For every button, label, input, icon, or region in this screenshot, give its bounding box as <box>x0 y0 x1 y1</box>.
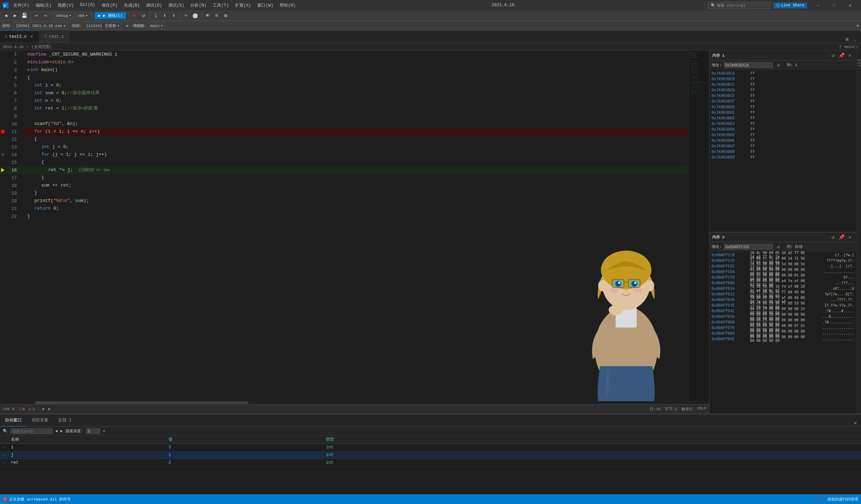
menu-test[interactable]: 测试(S) <box>166 2 187 9</box>
menu-file[interactable]: 文件(F) <box>10 2 32 9</box>
step-into-button[interactable]: ⬇ <box>161 12 169 20</box>
step-out-button[interactable]: ⬆ <box>170 12 178 20</box>
warning-indicator[interactable]: ⚠ 1 <box>29 407 35 411</box>
menu-analyze[interactable]: 分析(N) <box>188 2 209 9</box>
undo-button[interactable]: ↩ <box>33 12 40 20</box>
redo-button[interactable]: ↪ <box>42 12 49 20</box>
check-ret[interactable]: ✓ <box>3 461 5 465</box>
restart-button[interactable]: ↺ <box>140 12 147 20</box>
memory2-pin-button[interactable]: 📌 <box>838 234 845 241</box>
nav-back-button[interactable]: ◄ <box>42 407 44 411</box>
memory-button[interactable]: ≡ <box>213 12 220 20</box>
menu-extensions[interactable]: 扩展(X) <box>232 2 254 9</box>
add-to-repo-button[interactable]: ➕ ➕ 添加到源代码管理 <box>814 497 858 502</box>
thread-dropdown[interactable]: [11524] 主线程 ▾ <box>84 22 122 29</box>
back-button[interactable]: ◄ <box>2 12 10 20</box>
memory1-addr-input[interactable] <box>724 62 773 68</box>
error-indicator[interactable]: ⊗ 0 <box>19 407 24 411</box>
run-to-cursor-button[interactable]: ⤷ <box>182 12 190 20</box>
var-val-ret[interactable]: 2 <box>166 459 323 467</box>
tab-watch1[interactable]: 监视 1 <box>53 414 76 426</box>
minimize-button[interactable]: — <box>810 0 826 10</box>
registers-button[interactable]: ⊞ <box>222 12 230 20</box>
memory1-toolbar: 地址: ↺ 列: 1 <box>709 61 856 70</box>
auto-toolbar: 🔍 ◄ ► 搜索深度: ▾ <box>0 427 861 436</box>
tab-close-1[interactable]: × <box>29 34 34 40</box>
check-j[interactable]: ✓ <box>3 453 5 458</box>
menu-help[interactable]: 帮助(H) <box>277 2 299 9</box>
menu-debug[interactable]: 调试(D) <box>143 2 165 9</box>
watch-button[interactable]: 👁 <box>204 12 211 20</box>
memory2-close-button[interactable]: ✕ <box>846 234 853 241</box>
step-over-button[interactable]: ⤵ <box>152 12 160 20</box>
code-display[interactable]: #define _CRT_SECURE_NO_WARNINGS 1 #inclu… <box>24 51 688 401</box>
live-share-button[interactable]: ⬡ Live Share <box>774 2 807 8</box>
line-num-1: 1 <box>6 51 20 58</box>
minimap[interactable]: #define _CRT #include int main() { int i… <box>688 51 709 401</box>
fold-icon-14[interactable]: ⊟ <box>0 153 6 157</box>
menu-build[interactable]: 生成(B) <box>121 2 143 9</box>
memory1-refresh-button[interactable]: ↺ <box>830 52 836 59</box>
memory2-addr-input[interactable] <box>724 244 773 250</box>
check-i[interactable]: ✓ <box>3 445 5 450</box>
config-dropdown[interactable]: Debug ▾ <box>54 12 74 19</box>
tab-locals[interactable]: 局部变量 <box>27 414 53 426</box>
menu-tools[interactable]: 工具(T) <box>210 2 232 9</box>
nav-next-button[interactable]: ► <box>61 429 63 433</box>
var-val-i[interactable]: 3 <box>166 443 323 451</box>
more-tabs-button[interactable]: … <box>852 36 859 43</box>
stop-button[interactable]: ■ <box>131 12 138 20</box>
col-type-header: 类型 <box>323 436 861 443</box>
arch-dropdown[interactable]: x86 ▾ <box>75 12 90 19</box>
tab-test2c[interactable]: C test2.c × <box>0 30 40 43</box>
menu-edit[interactable]: 编辑(E) <box>33 2 55 9</box>
memory2-title: 内存 2 <box>712 234 724 240</box>
breakpoints-button[interactable]: ⬤ <box>191 12 199 20</box>
memory1-close-button[interactable]: ✕ <box>846 52 853 59</box>
auto-variables-table[interactable]: 名称 值 类型 ✓ i 3 int ✓ <box>0 436 861 494</box>
nav-fwd-button[interactable]: ► <box>48 407 51 411</box>
search-bar[interactable]: 🔍 搜索 (Ctrl+Q) <box>708 2 771 9</box>
memory1-row-6: 0x7A903DD0 ?? <box>709 104 856 110</box>
maximize-button[interactable]: □ <box>826 0 842 10</box>
memory2-actions: ↺ 📌 ✕ <box>830 234 853 241</box>
auto-search-input[interactable] <box>10 428 52 434</box>
memory2-content[interactable]: 0x00AFFCC0 20 4c 90 00 05 d4 a5 77 00 5d… <box>709 251 856 414</box>
memory1-pin-button[interactable]: 📌 <box>838 52 845 59</box>
memory1-addr-refresh[interactable]: ↺ <box>775 62 782 69</box>
menu-project[interactable]: 项目(P) <box>99 2 120 9</box>
menu-git[interactable]: Git(G) <box>77 2 98 9</box>
forward-button[interactable]: ► <box>11 12 19 20</box>
line-num-14: 14 <box>6 152 20 158</box>
nav-prev-button[interactable]: ◄ <box>55 429 58 433</box>
tab-auto-window[interactable]: 自动窗口 <box>0 414 27 426</box>
frame-dropdown[interactable]: main ▾ <box>148 22 166 29</box>
var-val-j[interactable]: 1 <box>166 451 323 459</box>
split-editor-button[interactable]: ⊞ <box>844 36 850 43</box>
auto-row-j[interactable]: ✓ j 1 int <box>0 451 861 459</box>
bottom-panel-close[interactable]: ✕ <box>852 419 859 426</box>
menu-view[interactable]: 视图(V) <box>55 2 77 9</box>
code-line-19: } <box>24 189 688 197</box>
auto-row-ret[interactable]: ✓ ret 2 int <box>0 459 861 467</box>
close-button[interactable]: ✕ <box>842 0 858 10</box>
debug-status-item[interactable]: 🔴 正在加载 ucrtbased.dll 的符号 <box>3 497 71 502</box>
line-num-21: 21 <box>6 206 20 211</box>
editor-content[interactable]: 1 2 3 4 5 <box>0 51 709 401</box>
search-depth-input[interactable] <box>86 428 100 434</box>
memory1-actions: ↺ 📌 ✕ <box>830 52 853 59</box>
process-dropdown[interactable]: [8356] 2021.6.16.exe ▾ <box>14 22 68 29</box>
auto-row-i[interactable]: ✓ i 3 int <box>0 443 861 451</box>
breakpoint-icon-11[interactable] <box>0 130 6 134</box>
save-button[interactable]: 💾 <box>20 12 28 20</box>
memory2-refresh-button[interactable]: ↺ <box>830 234 836 241</box>
continue-button[interactable]: ▶ ▶ 继续(C) <box>95 12 126 19</box>
memory1-content[interactable]: 0x7A903DCA ?? 0x7A903DCB ?? 0x7A903DCC ?… <box>709 70 856 232</box>
tab-testc[interactable]: C test.c <box>40 30 69 43</box>
zoom-control[interactable]: 150 % <box>3 407 14 411</box>
search-icon: 🔍 <box>711 3 716 8</box>
memory2-addr-refresh[interactable]: ↺ <box>775 243 782 250</box>
editor-scrollbar[interactable] <box>0 401 709 404</box>
chevron-down-icon: ▾ <box>69 13 71 18</box>
menu-window[interactable]: 窗口(W) <box>254 2 276 9</box>
